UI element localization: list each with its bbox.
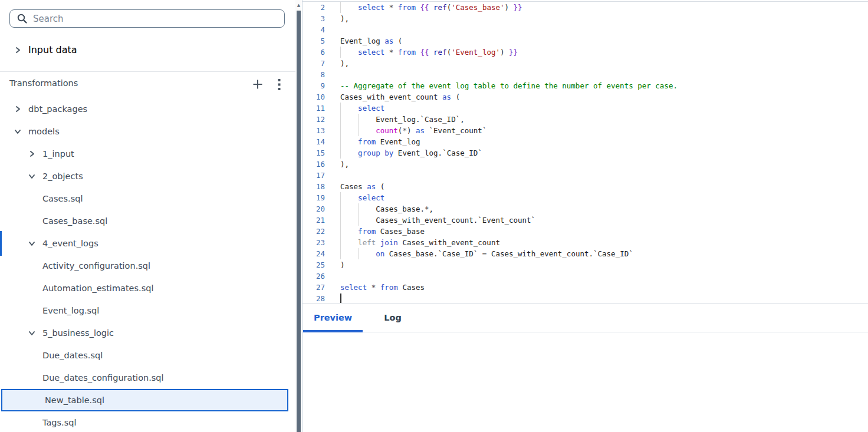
tree-item-cases-base-sql[interactable]: Cases_base.sql — [0, 210, 288, 232]
code-line-3[interactable]: 3), — [303, 13, 868, 24]
line-number[interactable]: 2 — [303, 2, 325, 13]
tree-item-4-event-logs[interactable]: 4_event_logs — [0, 232, 288, 255]
add-transformation-button[interactable] — [249, 75, 266, 93]
line-number[interactable]: 20 — [303, 203, 325, 215]
code-text: from Cases_base — [340, 226, 425, 237]
tab-preview[interactable]: Preview — [303, 304, 363, 332]
code-line-10[interactable]: 10Cases_with_event_count as ( — [303, 91, 868, 103]
line-number[interactable]: 12 — [303, 114, 325, 125]
code-line-21[interactable]: 21 Cases_with_event_count.`Event_count` — [303, 215, 868, 226]
tree-item-new-table-sql[interactable]: New_table.sql — [1, 389, 288, 411]
line-number[interactable]: 3 — [303, 13, 325, 24]
code-line-20[interactable]: 20 Cases_base.*, — [303, 203, 868, 215]
tab-log[interactable]: Log — [373, 304, 412, 332]
tree-item-5-business-logic[interactable]: 5_business_logic — [0, 322, 288, 344]
line-number[interactable]: 19 — [303, 192, 325, 203]
tree-item-label: Cases_base.sql — [42, 216, 107, 226]
line-number[interactable]: 4 — [303, 24, 325, 35]
tree-item-2-objects[interactable]: 2_objects — [0, 165, 288, 187]
code-line-8[interactable]: 8 — [303, 69, 868, 80]
line-number[interactable]: 26 — [303, 271, 325, 282]
more-options-button[interactable] — [271, 75, 287, 93]
line-number[interactable]: 8 — [303, 69, 325, 80]
chevron-right-icon[interactable] — [28, 150, 35, 157]
code-text: ) — [340, 259, 345, 271]
line-number[interactable]: 18 — [303, 181, 325, 192]
line-number[interactable]: 14 — [303, 136, 325, 147]
chevron-down-icon[interactable] — [28, 240, 35, 247]
code-line-13[interactable]: 13 count(*) as `Event_count` — [303, 125, 868, 136]
tree-item-due-dates-configuration-sql[interactable]: Due_dates_configuration.sql — [0, 367, 288, 389]
line-number[interactable]: 24 — [303, 248, 325, 259]
line-number[interactable]: 10 — [303, 91, 325, 103]
code-line-9[interactable]: 9-- Aggregate of the event log table to … — [303, 80, 868, 91]
code-text: Event_log.`Case_ID`, — [340, 114, 465, 125]
sql-code-editor[interactable]: 2 select * from {{ ref('Cases_base') }}3… — [303, 2, 868, 303]
code-text: ), — [340, 58, 349, 69]
tree-item-dbt-packages[interactable]: dbt_packages — [0, 98, 288, 120]
line-number[interactable]: 13 — [303, 125, 325, 136]
tree-item-1-input[interactable]: 1_input — [0, 143, 288, 165]
code-line-24[interactable]: 24 on Cases_base.`Case_ID` = Cases_with_… — [303, 248, 868, 259]
code-line-23[interactable]: 23 left join Cases_with_event_count — [303, 237, 868, 248]
code-line-11[interactable]: 11 select — [303, 103, 868, 114]
line-number[interactable]: 7 — [303, 58, 325, 69]
code-text: select * from {{ ref('Cases_base') }} — [340, 2, 522, 13]
tree-item-label: 1_input — [42, 149, 74, 159]
chevron-right-icon[interactable] — [14, 105, 21, 113]
code-line-25[interactable]: 25) — [303, 259, 868, 271]
code-line-26[interactable]: 26 — [303, 271, 868, 282]
sidebar-scrollbar[interactable]: ▲ — [295, 0, 302, 432]
tree-item-cases-sql[interactable]: Cases.sql — [0, 187, 288, 210]
sidebar-item-input-data[interactable]: Input data — [0, 41, 295, 59]
code-line-15[interactable]: 15 group by Event_log.`Case_ID` — [303, 147, 868, 159]
code-line-18[interactable]: 18Cases as ( — [303, 181, 868, 192]
code-line-16[interactable]: 16), — [303, 159, 868, 170]
line-number[interactable]: 17 — [303, 170, 325, 181]
tree-item-event-log-sql[interactable]: Event_log.sql — [0, 299, 288, 322]
line-number[interactable]: 22 — [303, 226, 325, 237]
code-text: select — [340, 103, 384, 114]
line-number[interactable]: 9 — [303, 80, 325, 91]
search-box[interactable] — [9, 9, 285, 28]
search-input[interactable] — [33, 14, 284, 24]
code-line-27[interactable]: 27select * from Cases — [303, 282, 868, 293]
line-number[interactable]: 5 — [303, 35, 325, 47]
line-number[interactable]: 16 — [303, 159, 325, 170]
code-line-7[interactable]: 7), — [303, 58, 868, 69]
code-text: group by Event_log.`Case_ID` — [340, 147, 482, 159]
tree-item-models[interactable]: models — [0, 120, 288, 143]
code-line-4[interactable]: 4 — [303, 24, 868, 35]
code-text: Event_log as ( — [340, 35, 402, 47]
code-line-2[interactable]: 2 select * from {{ ref('Cases_base') }} — [303, 2, 868, 13]
tree-item-activity-configuration-sql[interactable]: Activity_configuration.sql — [0, 255, 288, 277]
code-line-19[interactable]: 19 select — [303, 192, 868, 203]
code-line-22[interactable]: 22 from Cases_base — [303, 226, 868, 237]
code-line-17[interactable]: 17 — [303, 170, 868, 181]
chevron-down-icon[interactable] — [28, 173, 35, 180]
code-line-5[interactable]: 5Event_log as ( — [303, 35, 868, 47]
scrollbar-thumb[interactable] — [297, 11, 301, 432]
code-line-12[interactable]: 12 Event_log.`Case_ID`, — [303, 114, 868, 125]
chevron-down-icon[interactable] — [14, 128, 21, 135]
scroll-up-icon[interactable]: ▲ — [296, 2, 301, 8]
transformations-tree: dbt_packagesmodels1_input2_objectsCases.… — [0, 98, 295, 432]
code-line-6[interactable]: 6 select * from {{ ref('Event_log') }} — [303, 47, 868, 58]
line-number[interactable]: 27 — [303, 282, 325, 293]
tree-item-label: Activity_configuration.sql — [42, 261, 150, 271]
tree-item-due-dates-sql[interactable]: Due_dates.sql — [0, 344, 288, 367]
code-line-28[interactable]: 28 — [303, 293, 868, 303]
line-number[interactable]: 21 — [303, 215, 325, 226]
line-number[interactable]: 11 — [303, 103, 325, 114]
code-text: count(*) as `Event_count` — [340, 125, 486, 136]
line-number[interactable]: 23 — [303, 237, 325, 248]
code-line-14[interactable]: 14 from Event_log — [303, 136, 868, 147]
chevron-down-icon[interactable] — [28, 329, 35, 337]
tree-item-automation-estimates-sql[interactable]: Automation_estimates.sql — [0, 277, 288, 299]
line-number[interactable]: 6 — [303, 47, 325, 58]
tree-item-tags-sql[interactable]: Tags.sql — [0, 411, 288, 432]
line-number[interactable]: 25 — [303, 259, 325, 271]
line-number[interactable]: 15 — [303, 147, 325, 159]
line-number[interactable]: 28 — [303, 293, 325, 303]
kebab-menu-icon — [278, 78, 281, 91]
